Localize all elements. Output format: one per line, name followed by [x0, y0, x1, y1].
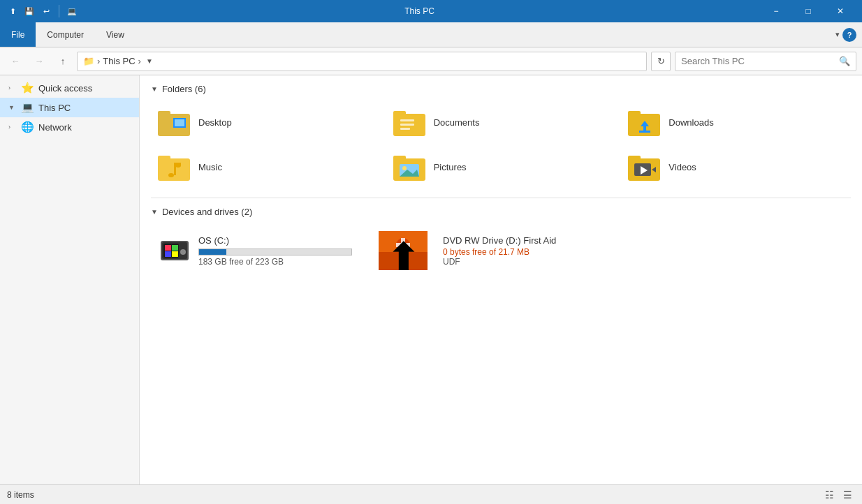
folder-downloads[interactable]: Downloads: [621, 103, 851, 142]
svg-rect-7: [400, 124, 414, 126]
view-list-btn[interactable]: ☰: [840, 487, 855, 503]
forward-button[interactable]: →: [29, 52, 49, 71]
view-medium-icons-btn[interactable]: ☷: [821, 487, 837, 503]
content-area: ▼ Folders (6) Desktop: [140, 75, 862, 484]
folder-desktop[interactable]: Desktop: [151, 103, 381, 142]
dvd-fs: UDF: [443, 257, 556, 267]
path-text: This PC: [103, 56, 135, 66]
svg-point-19: [175, 163, 181, 168]
videos-folder-icon: [628, 153, 662, 181]
sidebar-item-quick-access[interactable]: › ⭐ Quick access: [0, 78, 139, 98]
folder-pictures[interactable]: Pictures: [386, 147, 616, 186]
svg-rect-3: [175, 119, 184, 126]
devices-collapse-arrow[interactable]: ▼: [151, 208, 158, 216]
documents-folder-icon: [393, 108, 427, 136]
titlebar: ⬆ 💾 ↩ 💻 This PC − □ ✕: [0, 0, 862, 22]
window-title: This PC: [83, 6, 756, 16]
network-arrow: ›: [8, 124, 17, 131]
address-dropdown-btn[interactable]: ▼: [141, 52, 158, 71]
folder-music-label: Music: [198, 162, 222, 172]
svg-rect-1: [158, 111, 170, 117]
hdd-icon: [158, 234, 191, 267]
drive-os-c-free: 183 GB free of 223 GB: [198, 257, 353, 267]
svg-point-16: [168, 173, 174, 177]
close-button[interactable]: ✕: [824, 0, 856, 22]
search-box: 🔍: [675, 52, 856, 71]
ribbon-tab-view[interactable]: View: [95, 22, 136, 47]
svg-rect-6: [400, 119, 414, 121]
svg-rect-15: [158, 156, 170, 161]
folder-documents[interactable]: Documents: [386, 103, 616, 142]
sidebar-item-network[interactable]: › 🌐 Network: [0, 117, 139, 137]
this-pc-icon: 💻: [21, 101, 34, 114]
this-pc-label: This PC: [38, 103, 71, 113]
svg-rect-10: [628, 111, 641, 117]
titlebar-icons: ⬆ 💾 ↩ 💻: [6, 4, 79, 18]
this-pc-arrow: ▼: [8, 104, 17, 111]
drive-os-c-bar-container: [198, 249, 352, 255]
search-input[interactable]: [681, 56, 839, 66]
svg-rect-12: [643, 126, 646, 131]
quick-access-icon2[interactable]: 💾: [22, 4, 36, 18]
svg-rect-8: [400, 128, 410, 130]
folders-section-label: Folders (6): [162, 84, 206, 94]
help-button[interactable]: ?: [842, 28, 856, 42]
quick-access-arrow: ›: [8, 84, 17, 91]
ribbon: File Computer View ▾ ?: [0, 22, 862, 47]
desktop-folder-icon: [158, 108, 191, 136]
section-divider: [151, 198, 851, 198]
folders-collapse-arrow[interactable]: ▼: [151, 85, 158, 93]
network-icon: 🌐: [21, 121, 34, 133]
statusbar: 8 items ☷ ☰: [0, 484, 862, 504]
ribbon-collapse-btn[interactable]: ▾: [835, 30, 840, 39]
dvd-info: DVD RW Drive (D:) First Aid 0 bytes free…: [443, 235, 556, 267]
svg-point-23: [402, 166, 407, 170]
back-button[interactable]: ←: [6, 52, 25, 71]
sidebar-item-this-pc[interactable]: ▼ 💻 This PC: [0, 98, 139, 117]
drive-os-c-info: OS (C:) 183 GB free of 223 GB: [198, 235, 353, 267]
svg-rect-36: [165, 251, 171, 257]
devices-section-label: Devices and drives (2): [162, 207, 252, 217]
svg-rect-35: [172, 245, 178, 251]
statusbar-view-controls: ☷ ☰: [821, 487, 855, 503]
pictures-folder-icon: [393, 153, 427, 181]
refresh-button[interactable]: ↻: [651, 52, 671, 71]
svg-rect-26: [628, 156, 641, 161]
dvd-thumbnail-wrapper: ⬆: [379, 231, 428, 270]
drive-os-c[interactable]: OS (C:) 183 GB free of 223 GB: [151, 225, 360, 276]
ribbon-tab-computer[interactable]: Computer: [36, 22, 95, 47]
quick-access-icon3[interactable]: ↩: [39, 4, 53, 18]
drive-os-c-bar: [199, 249, 226, 255]
ribbon-tab-file[interactable]: File: [0, 22, 36, 47]
svg-rect-13: [639, 131, 650, 133]
folder-downloads-label: Downloads: [669, 117, 713, 128]
dvd-name: DVD RW Drive (D:) First Aid: [443, 235, 556, 246]
folder-documents-label: Documents: [434, 117, 480, 128]
network-label: Network: [38, 122, 72, 133]
up-button[interactable]: ↑: [53, 52, 73, 71]
address-path[interactable]: 📁 › This PC › ▼: [77, 52, 647, 71]
folder-music[interactable]: Music: [151, 147, 381, 186]
svg-rect-5: [393, 111, 406, 117]
quick-access-icon1[interactable]: ⬆: [6, 4, 20, 18]
maximize-button[interactable]: □: [792, 0, 824, 22]
devices-section-header: ▼ Devices and drives (2): [151, 207, 851, 217]
folder-desktop-label: Desktop: [198, 117, 232, 128]
titlebar-logo: 💻: [65, 4, 79, 18]
folders-section-header: ▼ Folders (6): [151, 84, 851, 94]
path-arrow1: ›: [97, 56, 100, 66]
svg-rect-34: [165, 245, 171, 251]
quick-access-label: Quick access: [38, 83, 92, 94]
sidebar: › ⭐ Quick access ▼ 💻 This PC › 🌐 Network: [0, 75, 140, 484]
quick-access-icon: ⭐: [21, 82, 34, 94]
main-layout: › ⭐ Quick access ▼ 💻 This PC › 🌐 Network…: [0, 75, 862, 484]
minimize-button[interactable]: −: [760, 0, 792, 22]
svg-rect-37: [172, 251, 178, 257]
search-icon: 🔍: [839, 56, 850, 66]
drive-dvd-d[interactable]: ⬆ DVD RW Drive (D:) First Aid 0 bytes fr…: [372, 225, 567, 276]
folder-videos[interactable]: Videos: [621, 147, 851, 186]
folder-pictures-label: Pictures: [434, 162, 467, 172]
svg-rect-21: [393, 156, 406, 161]
drives-grid: OS (C:) 183 GB free of 223 GB: [151, 225, 851, 276]
drive-os-c-name: OS (C:): [198, 235, 353, 246]
